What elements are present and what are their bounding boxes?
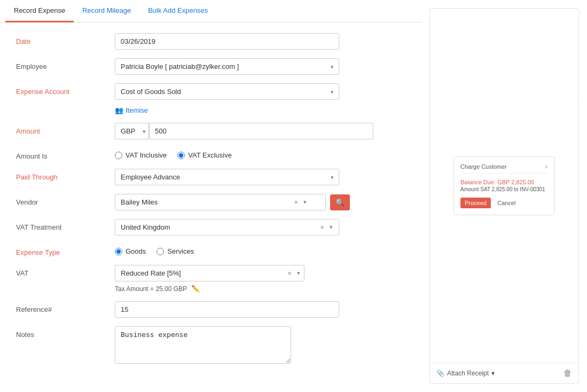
expense-type-row: Expense Type Goods Services [16,244,405,256]
goods-radio[interactable] [115,248,122,255]
tax-amount-row: Tax Amount = 25.00 GBP ✏️ [115,285,405,293]
amount-row: Amount GBP USD EUR ▾ [16,123,405,139]
notes-label: Notes [16,326,115,339]
date-row: Date [16,33,405,50]
vat-treatment-dropdown-button[interactable]: ▾ [327,223,335,232]
expense-account-label: Expense Account [16,83,115,96]
expense-type-control: Goods Services [115,244,405,255]
delete-receipt-button[interactable]: 🗑 [563,369,572,378]
expense-account-row: Expense Account Cost of Goods Sold Offic… [16,83,405,114]
services-option[interactable]: Services [156,247,194,255]
reference-input[interactable] [115,301,339,318]
attach-receipt-button[interactable]: 📎 Attach Receipt ▾ [436,370,495,377]
notes-row: Notes Business expense [16,326,405,365]
vat-dropdown-button[interactable]: ▾ [297,270,300,277]
amount-is-label: Amount Is [16,148,115,160]
date-input[interactable] [115,33,339,50]
notes-control: Business expense [115,326,405,365]
amount-input[interactable] [149,123,373,139]
vat-inclusive-radio[interactable] [115,152,122,159]
amount-input-row: GBP USD EUR ▾ [115,123,405,139]
charge-customer-close-button[interactable]: × [545,163,548,170]
reference-label: Reference# [16,301,115,313]
expense-type-label: Expense Type [16,244,115,256]
amount-label: Amount [16,123,115,135]
vendor-label: Vendor [16,194,115,206]
vat-exclusive-radio[interactable] [177,152,185,159]
paid-through-row: Paid Through Employee Advance Cash Credi… [16,169,405,185]
vat-inclusive-option[interactable]: VAT Inclusive [115,151,167,159]
vat-select-wrapper: Reduced Rate [5%] Standard Rate [20%] Ze… [115,265,304,281]
amount-sat-text: Amount SAT 2,825.00 to INV-00301 [460,186,548,192]
search-icon: 🔍 [335,198,345,207]
itemise-label: Itemise [126,106,148,114]
tab-record-mileage[interactable]: Record Mileage [74,0,139,22]
expense-account-select[interactable]: Cost of Goods Sold Office Supplies Trave… [115,83,339,100]
vat-exclusive-label: VAT Exclusive [188,151,232,159]
tax-amount-text: Tax Amount = 25.00 GBP [115,285,187,293]
itemise-link[interactable]: 👥 Itemise [115,106,148,114]
charge-customer-card: Charge Customer × Balance Due: GBP 2,825… [453,156,555,215]
employee-control: Patricia Boyle [ patriciab@zylker.com ] … [115,58,405,75]
employee-select[interactable]: Patricia Boyle [ patriciab@zylker.com ] [115,58,339,75]
vat-treatment-control: × ▾ [115,219,405,236]
vat-treatment-clear-button[interactable]: × [318,222,326,232]
tab-record-expense[interactable]: Record Expense [5,0,74,22]
attach-receipt-arrow-icon: ▾ [491,370,495,377]
receipt-preview-area: Charge Customer × Balance Due: GBP 2,825… [430,9,578,363]
amount-is-radio-group: VAT Inclusive VAT Exclusive [115,148,405,159]
vat-inclusive-label: VAT Inclusive [126,151,167,159]
employee-select-wrapper: Patricia Boyle [ patriciab@zylker.com ] … [115,58,339,75]
vat-exclusive-option[interactable]: VAT Exclusive [177,151,232,159]
tab-bulk-add-expenses[interactable]: Bulk Add Expenses [139,0,216,22]
paperclip-icon: 📎 [436,370,444,377]
proceed-button[interactable]: Proceed [460,198,491,208]
employee-row: Employee Patricia Boyle [ patriciab@zylk… [16,58,405,75]
charge-customer-label: Charge Customer [460,163,507,170]
reference-control [115,301,405,318]
reference-row: Reference# [16,301,405,318]
notes-textarea[interactable]: Business expense [115,326,291,364]
vat-treatment-label: VAT Treatment [16,219,115,231]
vat-control: Reduced Rate [5%] Standard Rate [20%] Ze… [115,265,405,293]
currency-select-wrapper: GBP USD EUR ▾ [115,123,149,139]
tax-amount-edit-button[interactable]: ✏️ [191,285,200,293]
balance-due-label: Balance Due: GBP 2,825.00 [460,179,548,185]
vat-label: VAT [16,265,115,277]
charge-card-buttons: Proceed Cancel [460,198,548,208]
vat-treatment-input[interactable] [115,219,339,236]
vat-select[interactable]: Reduced Rate [5%] Standard Rate [20%] Ze… [115,265,304,281]
currency-select[interactable]: GBP USD EUR [115,123,149,139]
receipt-panel: Charge Customer × Balance Due: GBP 2,825… [429,8,579,384]
goods-label: Goods [126,247,146,255]
paid-through-select[interactable]: Employee Advance Cash Credit Card [115,169,339,185]
vendor-input-wrapper: × ▾ [115,194,326,210]
services-radio[interactable] [156,248,164,255]
cancel-button[interactable]: Cancel [494,198,519,208]
paid-through-control: Employee Advance Cash Credit Card ▾ [115,169,405,185]
tab-bar: Record Expense Record Mileage Bulk Add E… [0,0,421,22]
expense-account-select-wrapper: Cost of Goods Sold Office Supplies Trave… [115,83,339,100]
vat-treatment-row: VAT Treatment × ▾ [16,219,405,236]
vendor-control: × ▾ 🔍 [115,194,405,210]
employee-label: Employee [16,58,115,70]
vendor-row: Vendor × ▾ 🔍 [16,194,405,210]
attach-receipt-label: Attach Receipt [447,370,489,377]
services-label: Services [167,247,194,255]
charge-customer-header: Charge Customer × [460,163,548,174]
vendor-clear-button[interactable]: × [292,197,300,207]
receipt-footer: 📎 Attach Receipt ▾ 🗑 [430,363,578,383]
vat-row: VAT Reduced Rate [5%] Standard Rate [20%… [16,265,405,293]
goods-option[interactable]: Goods [115,247,146,255]
itemise-people-icon: 👥 [115,106,123,114]
vendor-search-button[interactable]: 🔍 [330,194,350,210]
expense-type-radio-group: Goods Services [115,244,405,255]
date-label: Date [16,33,115,45]
vat-treatment-input-wrapper: × ▾ [115,219,339,236]
vendor-dropdown-button[interactable]: ▾ [301,198,309,207]
paid-through-label: Paid Through [16,169,115,181]
vat-clear-button[interactable]: × [287,269,292,277]
amount-is-row: Amount Is VAT Inclusive VAT Exclusive [16,148,405,160]
amount-is-control: VAT Inclusive VAT Exclusive [115,148,405,159]
paid-through-select-wrapper: Employee Advance Cash Credit Card ▾ [115,169,339,185]
